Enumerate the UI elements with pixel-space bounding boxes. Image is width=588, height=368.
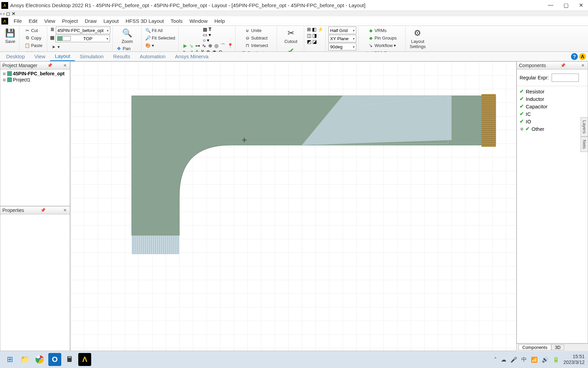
mdi-window-controls[interactable]: ▫ ▫ ◻ ✕ (0, 11, 588, 16)
pan-button[interactable]: ✥Pan (115, 45, 139, 52)
menu-help[interactable]: Help (211, 17, 228, 25)
tab-automation[interactable]: Automation (135, 52, 170, 61)
color-button[interactable]: 🎨▾ (144, 42, 176, 49)
battery-icon[interactable]: 🔋 (553, 356, 559, 363)
tab-simulation[interactable]: Simulation (75, 52, 108, 61)
menu-window[interactable]: Window (186, 17, 211, 25)
subtract-button[interactable]: ⊖Subtract (244, 34, 269, 42)
snap1-icon[interactable]: ⊞ (307, 27, 311, 32)
wifi-icon[interactable]: 📶 (531, 356, 538, 363)
pin-icon[interactable]: 📌 (46, 63, 53, 68)
regex-input[interactable] (552, 74, 579, 82)
intersect-button[interactable]: ⊓Intersect (244, 42, 269, 49)
check-icon[interactable]: ✔ (520, 88, 524, 94)
text-tool-icon[interactable]: T (209, 27, 212, 32)
paste-icon: 📋 (24, 43, 30, 48)
ime-icon[interactable]: 中 (521, 356, 527, 363)
tab-results[interactable]: Results (108, 52, 135, 61)
menu-file[interactable]: File (10, 17, 25, 25)
ribbon-tabs: Desktop View Layout Simulation Results A… (0, 52, 588, 61)
tab-view[interactable]: View (30, 52, 50, 61)
pin-icon[interactable]: 📌 (39, 208, 47, 213)
close-panel-icon[interactable]: ✕ (580, 63, 586, 68)
ansys-logo-icon[interactable]: Λ (579, 53, 586, 60)
vrms-button[interactable]: ◆VRMs (367, 27, 398, 34)
system-clock[interactable]: 15:51 2023/3/12 (564, 354, 585, 365)
menu-edit[interactable]: Edit (25, 17, 41, 25)
tab-minerva[interactable]: Ansys Minerva (170, 52, 213, 61)
rect-tool-icon[interactable]: ▭ (203, 32, 207, 37)
help-icon[interactable]: ? (571, 53, 578, 60)
paste-button[interactable]: 📋Paste (23, 42, 43, 49)
close-icon[interactable]: ✕ (579, 2, 583, 9)
pointer-tool[interactable]: ➤▾ (50, 43, 110, 50)
menu-tools[interactable]: Tools (167, 17, 186, 25)
check-icon[interactable]: ✔ (520, 118, 524, 124)
project-tree[interactable]: ⊞45PIN-FPC_before_opt ⊞Project1 (0, 70, 70, 206)
settings-icon: ⚙ (412, 27, 423, 39)
microphone-icon[interactable]: 🎤 (510, 356, 517, 363)
trace-icon[interactable]: ∿ (202, 43, 206, 49)
menu-layout[interactable]: Layout (100, 17, 122, 25)
copy-button[interactable]: ⧉Copy (23, 34, 43, 42)
snap3-icon[interactable]: ⚡ (317, 27, 323, 32)
arc-icon[interactable]: ⌒ (220, 43, 225, 49)
tab-3d[interactable]: 3D (551, 344, 565, 350)
tab-layout[interactable]: Layout (50, 52, 75, 61)
arrow-icon[interactable]: ↘ (189, 43, 193, 49)
target-icon[interactable]: ◎ (214, 43, 218, 49)
layout-canvas[interactable] (70, 61, 517, 351)
outlook-icon[interactable]: O (48, 353, 61, 366)
components-tree[interactable]: ✔Resistor ✔Inductor ✔Capacitor ✔IC ✔IO ⊞… (517, 86, 588, 134)
connect-icon[interactable]: ⊶ (195, 43, 200, 49)
explorer-icon[interactable]: 📁 (18, 353, 31, 366)
save-button[interactable]: 💾 Save (3, 27, 17, 45)
circle-tool-icon[interactable]: ○ (203, 37, 206, 43)
play-icon[interactable]: ▶ (183, 43, 187, 49)
zoom-button[interactable]: 🔍Zoom (120, 27, 134, 45)
calculator-icon[interactable]: 🖩 (63, 353, 76, 366)
chevron-up-icon[interactable]: ˄ (494, 356, 497, 363)
volume-icon[interactable]: 🔊 (542, 356, 549, 363)
cut-button[interactable]: ✂Cut (23, 27, 43, 34)
ansys-taskbar-icon[interactable]: Λ (78, 353, 91, 366)
minimize-icon[interactable]: — (548, 2, 553, 9)
grid-tool-icon[interactable]: ▦ (203, 27, 207, 32)
zoom-icon: 🔍 (122, 27, 133, 39)
close-panel-icon[interactable]: ✕ (62, 208, 68, 213)
side-tab-nets[interactable]: Nets (581, 137, 588, 152)
workflow-button[interactable]: ↘Workflow▾ (367, 42, 398, 49)
fit-selected-button[interactable]: 🔎Fit Selected (144, 34, 176, 42)
via-icon[interactable]: ⊕ (208, 43, 212, 49)
design-icon: 🗎 (50, 27, 55, 34)
pin-icon[interactable]: 📌 (559, 63, 567, 68)
tab-desktop[interactable]: Desktop (1, 52, 30, 61)
pin-icon[interactable]: 📍 (227, 43, 233, 49)
layer-dropdown[interactable]: TOP▾ (55, 35, 110, 42)
start-button[interactable]: ⊞ (3, 353, 16, 366)
design-dropdown[interactable]: 45PIN-FPC_before_opt▾ (56, 27, 110, 34)
snap2-icon[interactable]: ◧ (312, 27, 316, 32)
angle-dropdown[interactable]: 90deg▾ (328, 43, 356, 50)
check-icon[interactable]: ✔ (520, 96, 524, 102)
fit-all-button[interactable]: 🔍Fit All (144, 27, 176, 34)
check-icon[interactable]: ✔ (525, 126, 530, 132)
chrome-icon[interactable] (33, 353, 46, 366)
menu-draw[interactable]: Draw (81, 17, 100, 25)
menu-hfss3d[interactable]: HFSS 3D Layout (122, 17, 167, 25)
layout-settings-button[interactable]: ⚙LayoutSettings (408, 27, 427, 50)
plane-dropdown[interactable]: XY Plane▾ (328, 35, 356, 42)
maximize-icon[interactable]: ▢ (564, 2, 569, 9)
grid-mode-dropdown[interactable]: Half Grid▾ (328, 27, 356, 34)
check-icon[interactable]: ✔ (520, 103, 524, 109)
tab-components[interactable]: Components (519, 344, 551, 350)
menu-view[interactable]: View (41, 17, 59, 25)
side-tab-layers[interactable]: Layers (581, 117, 588, 137)
pingroups-button[interactable]: ◆Pin Groups (367, 34, 398, 42)
unite-button[interactable]: ⊎Unite (244, 27, 269, 34)
cutout-button[interactable]: ✂Cutout (283, 27, 299, 45)
onedrive-icon[interactable]: ☁ (501, 356, 506, 363)
check-icon[interactable]: ✔ (520, 111, 524, 117)
close-panel-icon[interactable]: ✕ (62, 63, 68, 68)
menu-project[interactable]: Project (59, 17, 81, 25)
